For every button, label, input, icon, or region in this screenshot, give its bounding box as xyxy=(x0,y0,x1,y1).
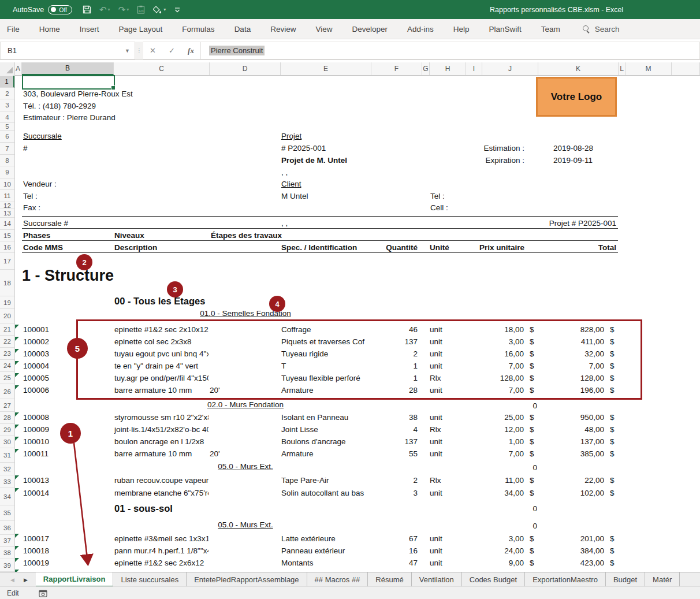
cell-desc-row28[interactable]: styromousse sm r10 2"x2'x8's/l xyxy=(114,412,208,423)
cell-unit-row37[interactable]: unit xyxy=(430,533,442,544)
cell-price-row28[interactable]: 25,00 xyxy=(504,412,524,423)
cell-qty-row33[interactable]: 2 xyxy=(413,475,418,486)
stage-heading-row32[interactable]: 05.0 - Murs Ext. xyxy=(218,462,273,471)
ribbon-tab-add-ins[interactable]: Add-ins xyxy=(397,25,444,34)
cell-zero-row27[interactable]: 0 xyxy=(533,400,537,411)
cell-header-desc[interactable]: Description xyxy=(114,242,157,253)
sheet-tab-résumé[interactable]: Résumé xyxy=(368,572,411,587)
name-box[interactable]: B1 ▼ xyxy=(0,42,135,59)
fill-color-icon[interactable]: ▾ xyxy=(153,6,166,14)
cell-price-row30[interactable]: 1,00 xyxy=(509,436,524,447)
cell-spec-row30[interactable]: Boulons d'ancrage xyxy=(281,436,372,447)
sheet-tab-exportationmaestro[interactable]: ExportationMaestro xyxy=(525,572,606,587)
selected-cell-B1[interactable] xyxy=(22,75,115,90)
ribbon-tab-planswift[interactable]: PlanSwift xyxy=(479,25,531,34)
ribbon-tab-data[interactable]: Data xyxy=(225,25,261,34)
cell-code-row33[interactable]: 100013 xyxy=(23,475,49,486)
cell-total-row37[interactable]: 201,00 xyxy=(580,533,604,544)
cell-price-row33[interactable]: 11,00 xyxy=(505,475,524,486)
cell-total-currency-row29[interactable]: $ xyxy=(610,424,615,435)
cell-total-currency-row33[interactable]: $ xyxy=(610,475,615,486)
row-header-31[interactable]: 31 xyxy=(0,448,14,463)
cell-total-row39[interactable]: 423,00 xyxy=(580,557,604,568)
cell-total-currency-row34[interactable]: $ xyxy=(610,488,615,498)
column-header-H[interactable]: H xyxy=(430,62,466,75)
row-header-20[interactable]: 20 xyxy=(0,309,14,323)
cell-price-row37[interactable]: 3,00 xyxy=(509,533,524,544)
ribbon-tab-page-layout[interactable]: Page Layout xyxy=(109,25,173,34)
row-header-16[interactable]: 16 xyxy=(0,241,14,253)
paste-number-format-icon[interactable]: 123 xyxy=(137,5,145,14)
row-header-2[interactable]: 2 xyxy=(0,88,14,99)
row-header-32[interactable]: 32 xyxy=(0,463,14,475)
row-header-23[interactable]: 23 xyxy=(0,348,14,360)
row-header-3[interactable]: 3 xyxy=(0,99,14,111)
fill-handle[interactable] xyxy=(111,85,116,90)
ribbon-tab-help[interactable]: Help xyxy=(444,25,479,34)
cell-code-row26[interactable]: 100006 xyxy=(23,385,49,396)
cell-qty-row37[interactable]: 67 xyxy=(409,533,418,544)
cell-desc-row39[interactable]: epinette #1&2 sec 2x6x12 xyxy=(114,557,208,568)
macro-record-icon[interactable] xyxy=(39,590,47,597)
sheet-tab-entetepiedrapportassemblage[interactable]: EntetePiedRapportAssemblage xyxy=(187,572,307,587)
autosave-toggle[interactable]: AutoSave Off xyxy=(13,5,72,14)
cell-client-label[interactable]: Client xyxy=(281,178,301,189)
row-header-5[interactable]: 5 xyxy=(0,123,14,131)
cell-total-row28[interactable]: 950,00 xyxy=(580,412,604,423)
cell-total-currency-row30[interactable]: $ xyxy=(610,436,615,447)
column-header-B[interactable]: B xyxy=(22,62,114,75)
select-all-corner[interactable] xyxy=(0,62,15,76)
cell-unit-row30[interactable]: unit xyxy=(430,436,442,447)
row-header-27[interactable]: 27 xyxy=(0,399,14,412)
formula-input[interactable]: Pierre Construit xyxy=(201,42,700,59)
sheet-tab-codes-budget[interactable]: Codes Budget xyxy=(462,572,525,587)
row-header-25[interactable]: 25 xyxy=(0,372,14,384)
row-header-33[interactable]: 33 xyxy=(0,475,14,488)
cell-succursale-footer[interactable]: Succursale # xyxy=(23,218,68,229)
cell-header-spec[interactable]: Spec. / Identification xyxy=(281,242,357,253)
column-header-D[interactable]: D xyxy=(210,62,281,75)
level-heading-row19[interactable]: 00 - Tous les Etages xyxy=(114,296,205,307)
ribbon-tab-team[interactable]: Team xyxy=(531,25,570,34)
cell-succursale-num[interactable]: # xyxy=(23,143,28,154)
cell-vendeur-label[interactable]: Vendeur : xyxy=(23,178,57,189)
cell-spec-row31[interactable]: Armature xyxy=(281,448,372,459)
row-header-22[interactable]: 22 xyxy=(0,336,14,348)
row-header-13[interactable]: 13 xyxy=(0,209,14,218)
cell-unit-row29[interactable]: Rlx xyxy=(430,424,441,435)
cell-tel-label[interactable]: Tel : xyxy=(23,191,38,202)
cell-total-row31[interactable]: 385,00 xyxy=(580,448,604,459)
cell-commas-2[interactable]: , , xyxy=(281,218,288,229)
cell-zero-row36[interactable]: 0 xyxy=(533,520,537,531)
cell-unit-row39[interactable]: unit xyxy=(430,557,442,568)
cell-header-price[interactable]: Prix unitaire xyxy=(479,242,524,253)
cell-phases-label[interactable]: Phases xyxy=(23,230,50,241)
cell-total-row34[interactable]: 102,00 xyxy=(580,488,604,498)
row-header-1[interactable]: 1 xyxy=(0,76,14,88)
cell-price-row29[interactable]: 12,00 xyxy=(504,424,524,435)
cell-total-currency-row38[interactable]: $ xyxy=(610,545,615,556)
cell-tel2-label[interactable]: Tel : xyxy=(430,191,445,202)
ribbon-tab-developer[interactable]: Developer xyxy=(342,25,397,34)
row-header-36[interactable]: 36 xyxy=(0,521,14,535)
tab-scroll-right-icon[interactable]: ▶ xyxy=(24,577,28,583)
ribbon-tab-file[interactable]: File xyxy=(0,25,29,34)
column-header-overflow[interactable] xyxy=(672,62,700,75)
cell-niveaux-label[interactable]: Niveaux xyxy=(114,230,144,241)
row-header-26[interactable]: 26 xyxy=(0,384,14,399)
cell-code-row23[interactable]: 100003 xyxy=(23,348,49,359)
cell-price-currency-row30[interactable]: $ xyxy=(530,436,534,447)
row-header-21[interactable]: 21 xyxy=(0,323,14,336)
row-header-18[interactable]: 18 xyxy=(0,270,14,296)
cell-fax-label[interactable]: Fax : xyxy=(23,202,40,213)
cell-total-row29[interactable]: 48,00 xyxy=(584,424,604,435)
column-header-I[interactable]: I xyxy=(466,62,482,75)
cell-estimation-label[interactable]: Estimation : xyxy=(483,143,524,154)
row-header-29[interactable]: 29 xyxy=(0,424,14,436)
cell-unit-row33[interactable]: Rlx xyxy=(430,475,441,486)
row-header-28[interactable]: 28 xyxy=(0,412,14,424)
cell-total-currency-row28[interactable]: $ xyxy=(610,412,615,423)
cell-header-qty[interactable]: Quantité xyxy=(386,242,418,253)
ribbon-tab-home[interactable]: Home xyxy=(29,25,70,34)
cell-header-total[interactable]: Total xyxy=(598,242,616,253)
